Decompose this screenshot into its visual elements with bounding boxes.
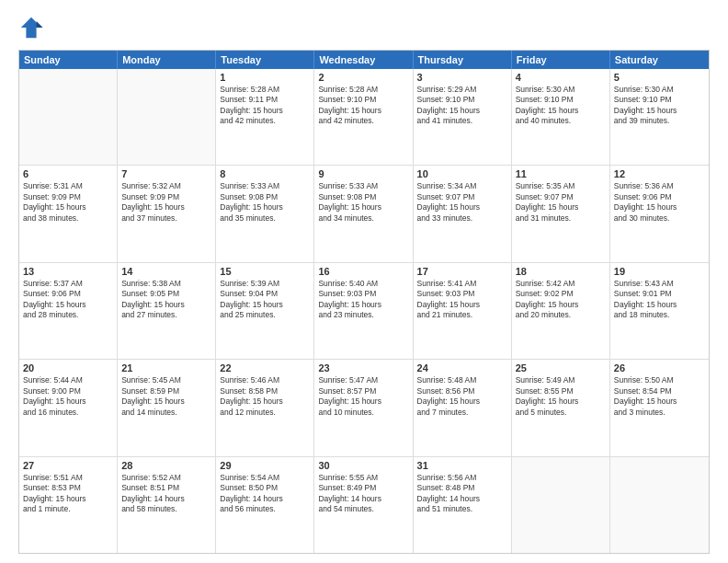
day-cell-31: 31Sunrise: 5:56 AMSunset: 8:48 PMDayligh… <box>414 457 512 553</box>
day-cell-27: 27Sunrise: 5:51 AMSunset: 8:53 PMDayligh… <box>19 457 118 553</box>
day-cell-12: 12Sunrise: 5:36 AMSunset: 9:06 PMDayligh… <box>610 166 709 261</box>
cell-line: and 34 minutes. <box>318 213 408 224</box>
cell-line: Daylight: 15 hours <box>121 202 211 213</box>
day-cell-22: 22Sunrise: 5:46 AMSunset: 8:58 PMDayligh… <box>216 360 314 455</box>
cell-line: and 42 minutes. <box>318 116 408 126</box>
day-number: 11 <box>516 168 606 179</box>
day-number: 27 <box>23 460 113 471</box>
cell-line: Daylight: 15 hours <box>220 202 310 213</box>
day-number: 6 <box>23 168 113 179</box>
day-cell-8: 8Sunrise: 5:33 AMSunset: 9:08 PMDaylight… <box>216 166 314 261</box>
cell-line: Sunset: 9:10 PM <box>318 95 408 105</box>
svg-marker-1 <box>37 21 43 28</box>
cell-line: Sunrise: 5:36 AM <box>614 181 705 191</box>
cell-line: Sunrise: 5:29 AM <box>417 85 507 95</box>
cell-line: and 51 minutes. <box>417 504 507 514</box>
cell-line: Sunrise: 5:43 AM <box>614 279 705 289</box>
day-cell-20: 20Sunrise: 5:44 AMSunset: 9:00 PMDayligh… <box>19 360 118 455</box>
logo-icon <box>18 15 44 40</box>
cell-line: Daylight: 15 hours <box>23 300 113 310</box>
day-number: 19 <box>614 266 705 277</box>
cell-line: Sunset: 9:08 PM <box>220 192 310 202</box>
day-cell-15: 15Sunrise: 5:39 AMSunset: 9:04 PMDayligh… <box>216 263 314 359</box>
calendar-row-3: 20Sunrise: 5:44 AMSunset: 9:00 PMDayligh… <box>19 360 709 456</box>
cell-line: and 12 minutes. <box>220 408 310 418</box>
cell-line: Sunrise: 5:44 AM <box>23 375 113 385</box>
cell-line: Sunrise: 5:46 AM <box>220 375 310 385</box>
day-number: 28 <box>121 460 211 471</box>
day-number: 26 <box>614 362 705 373</box>
cell-line: Daylight: 14 hours <box>417 494 507 504</box>
cell-line: and 23 minutes. <box>318 310 408 320</box>
cell-line: and 28 minutes. <box>23 310 113 320</box>
cell-line: and 54 minutes. <box>318 504 408 514</box>
day-cell-11: 11Sunrise: 5:35 AMSunset: 9:07 PMDayligh… <box>512 166 610 261</box>
calendar-row-4: 27Sunrise: 5:51 AMSunset: 8:53 PMDayligh… <box>19 457 709 553</box>
cell-line: and 39 minutes. <box>614 116 705 126</box>
cell-line: Sunset: 9:07 PM <box>516 192 606 202</box>
day-cell-21: 21Sunrise: 5:45 AMSunset: 8:59 PMDayligh… <box>118 360 216 455</box>
cell-line: Sunrise: 5:48 AM <box>417 375 507 385</box>
cell-line: Daylight: 15 hours <box>220 300 310 310</box>
cell-line: and 41 minutes. <box>417 116 507 126</box>
day-number: 18 <box>516 266 606 277</box>
cell-line: Daylight: 15 hours <box>614 300 705 310</box>
cell-line: Sunset: 9:10 PM <box>516 95 606 105</box>
day-number: 25 <box>516 362 606 373</box>
cell-line: Daylight: 15 hours <box>516 202 606 213</box>
cell-line: Daylight: 15 hours <box>516 396 606 407</box>
cell-line: Daylight: 15 hours <box>318 202 408 213</box>
cell-line: Sunrise: 5:45 AM <box>121 375 211 385</box>
day-number: 17 <box>417 266 507 277</box>
cell-line: Sunrise: 5:34 AM <box>417 181 507 191</box>
day-number: 31 <box>417 460 507 471</box>
header-cell-wednesday: Wednesday <box>314 51 413 69</box>
cell-line: Sunset: 9:03 PM <box>417 289 507 299</box>
day-number: 4 <box>516 72 606 83</box>
cell-line: Sunrise: 5:41 AM <box>417 279 507 289</box>
cell-line: Daylight: 15 hours <box>614 202 705 213</box>
cell-line: and 30 minutes. <box>614 213 705 224</box>
cell-line: Daylight: 15 hours <box>318 106 408 116</box>
cell-line: and 21 minutes. <box>417 310 507 320</box>
cell-line: and 37 minutes. <box>121 213 211 224</box>
cell-line: and 5 minutes. <box>516 408 606 418</box>
day-cell-30: 30Sunrise: 5:55 AMSunset: 8:49 PMDayligh… <box>314 457 413 553</box>
cell-line: and 31 minutes. <box>516 213 606 224</box>
cell-line: Daylight: 15 hours <box>516 300 606 310</box>
cell-line: Sunset: 8:51 PM <box>121 483 211 493</box>
cell-line: Sunset: 8:58 PM <box>220 386 310 396</box>
day-cell-14: 14Sunrise: 5:38 AMSunset: 9:05 PMDayligh… <box>118 263 216 359</box>
day-number: 16 <box>318 266 408 277</box>
cell-line: Sunset: 9:06 PM <box>614 192 705 202</box>
cell-line: Sunrise: 5:38 AM <box>121 279 211 289</box>
cell-line: Sunset: 9:10 PM <box>614 95 705 105</box>
cell-line: Sunrise: 5:40 AM <box>318 279 408 289</box>
day-cell-9: 9Sunrise: 5:33 AMSunset: 9:08 PMDaylight… <box>314 166 413 261</box>
cell-line: Sunrise: 5:28 AM <box>220 85 310 95</box>
day-cell-17: 17Sunrise: 5:41 AMSunset: 9:03 PMDayligh… <box>414 263 512 359</box>
cell-line: Sunrise: 5:51 AM <box>23 473 113 483</box>
day-cell-24: 24Sunrise: 5:48 AMSunset: 8:56 PMDayligh… <box>414 360 512 455</box>
day-number: 13 <box>23 266 113 277</box>
cell-line: Sunset: 9:03 PM <box>318 289 408 299</box>
cell-line: Sunset: 8:56 PM <box>417 386 507 396</box>
day-cell-25: 25Sunrise: 5:49 AMSunset: 8:55 PMDayligh… <box>512 360 610 455</box>
day-number: 14 <box>121 266 211 277</box>
day-number: 7 <box>121 168 211 179</box>
day-cell-19: 19Sunrise: 5:43 AMSunset: 9:01 PMDayligh… <box>610 263 709 359</box>
cell-line: Daylight: 15 hours <box>614 396 705 407</box>
calendar-row-1: 6Sunrise: 5:31 AMSunset: 9:09 PMDaylight… <box>19 166 709 262</box>
cell-line: Daylight: 15 hours <box>417 396 507 407</box>
cell-line: Sunset: 9:10 PM <box>417 95 507 105</box>
calendar-row-2: 13Sunrise: 5:37 AMSunset: 9:06 PMDayligh… <box>19 263 709 360</box>
cell-line: Sunrise: 5:54 AM <box>220 473 310 483</box>
day-cell-16: 16Sunrise: 5:40 AMSunset: 9:03 PMDayligh… <box>314 263 413 359</box>
day-cell-23: 23Sunrise: 5:47 AMSunset: 8:57 PMDayligh… <box>314 360 413 455</box>
cell-line: Daylight: 15 hours <box>220 396 310 407</box>
cell-line: Sunset: 8:48 PM <box>417 483 507 493</box>
cell-line: Daylight: 15 hours <box>318 300 408 310</box>
day-number: 30 <box>318 460 408 471</box>
cell-line: and 35 minutes. <box>220 213 310 224</box>
calendar-header: SundayMondayTuesdayWednesdayThursdayFrid… <box>19 51 709 69</box>
